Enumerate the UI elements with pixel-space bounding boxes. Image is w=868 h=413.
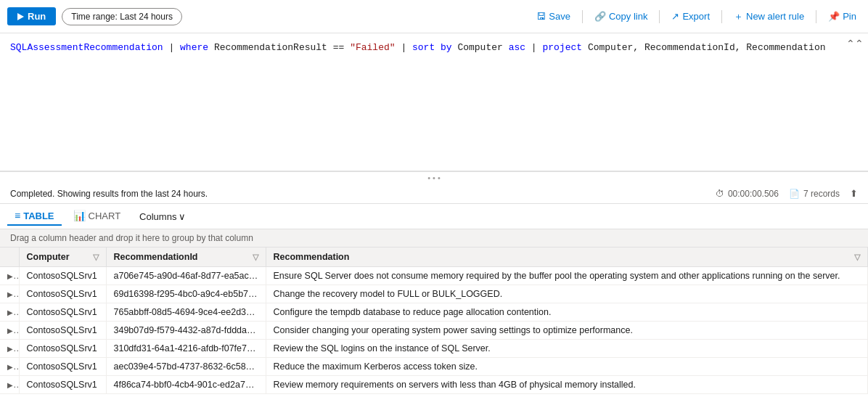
chart-icon: 📊 bbox=[73, 210, 86, 221]
table-row: ▶ ContosoSQLSrv1 aec039e4-57bd-4737-8632… bbox=[0, 358, 868, 376]
cell-recommendation-6: Review memory requirements on servers wi… bbox=[266, 376, 868, 394]
results-table-container[interactable]: Computer ▽ RecommendationId ▽ Recommenda… bbox=[0, 248, 868, 394]
toolbar: Run Time range: Last 24 hours 🖫 Save 🔗 C… bbox=[0, 0, 868, 33]
row-expand-3[interactable]: ▶ bbox=[0, 322, 19, 340]
cell-computer-3: ContosoSQLSrv1 bbox=[19, 322, 106, 340]
filter-recid-icon[interactable]: ▽ bbox=[253, 253, 258, 262]
run-label: Run bbox=[28, 11, 46, 22]
tab-chart-label: CHART bbox=[89, 210, 121, 221]
table-row: ▶ ContosoSQLSrv1 69d16398-f295-4bc0-a9c4… bbox=[0, 285, 868, 303]
cell-recid-4: 310dfd31-64a1-4216-afdb-f07fe77972ca bbox=[106, 340, 266, 358]
cell-computer-0: ContosoSQLSrv1 bbox=[19, 267, 106, 285]
row-expand-4[interactable]: ▶ bbox=[0, 340, 19, 358]
table-row: ▶ ContosoSQLSrv1 310dfd31-64a1-4216-afdb… bbox=[0, 340, 868, 358]
cell-computer-4: ContosoSQLSrv1 bbox=[19, 340, 106, 358]
cell-recommendation-5: Reduce the maximum Kerberos access token… bbox=[266, 358, 868, 376]
cell-recommendation-3: Consider changing your operating system … bbox=[266, 322, 868, 340]
clock-icon: ⏱ bbox=[716, 189, 724, 199]
pin-icon: 📌 bbox=[828, 11, 840, 22]
export-results-button[interactable]: ⬆ bbox=[850, 188, 858, 199]
save-label: Save bbox=[549, 11, 570, 22]
tab-table-label: TABLE bbox=[23, 210, 54, 221]
table-header-row: Computer ▽ RecommendationId ▽ Recommenda… bbox=[0, 248, 868, 267]
query-text: SQLAssessmentRecommendation | where Reco… bbox=[10, 41, 858, 55]
table-row: ▶ ContosoSQLSrv1 a706e745-a90d-46af-8d77… bbox=[0, 267, 868, 285]
cell-computer-6: ContosoSQLSrv1 bbox=[19, 376, 106, 394]
duration-item: ⏱ 00:00:00.506 bbox=[716, 189, 779, 199]
copy-link-label: Copy link bbox=[609, 11, 647, 22]
time-range-label: Time range: Last 24 hours bbox=[71, 12, 173, 22]
export-label: Export bbox=[682, 11, 710, 22]
columns-button[interactable]: Columns ∨ bbox=[132, 208, 193, 225]
plus-icon: ＋ bbox=[734, 10, 743, 23]
row-expand-5[interactable]: ▶ bbox=[0, 358, 19, 376]
expand-arrow-0[interactable]: ▶ bbox=[7, 271, 19, 281]
tab-table[interactable]: ≡ TABLE bbox=[7, 207, 62, 226]
duration-value: 00:00:00.506 bbox=[728, 189, 779, 199]
cell-recommendation-0: Ensure SQL Server does not consume memor… bbox=[266, 267, 868, 285]
new-alert-rule-button[interactable]: ＋ New alert rule bbox=[729, 7, 808, 26]
row-expand-6[interactable]: ▶ bbox=[0, 376, 19, 394]
records-item: 📄 7 records bbox=[789, 189, 840, 199]
pin-button[interactable]: 📌 Pin bbox=[824, 8, 861, 25]
export-button[interactable]: ↗ Export bbox=[667, 8, 714, 25]
col-header-computer[interactable]: Computer ▽ bbox=[19, 248, 106, 267]
cell-recommendation-1: Change the recovery model to FULL or BUL… bbox=[266, 285, 868, 303]
chevron-down-icon: ∨ bbox=[179, 211, 186, 222]
cell-recommendation-4: Review the SQL logins on the instance of… bbox=[266, 340, 868, 358]
link-icon: 🔗 bbox=[594, 11, 606, 22]
time-range-button[interactable]: Time range: Last 24 hours bbox=[62, 8, 182, 25]
save-button[interactable]: 🖫 Save bbox=[532, 8, 575, 25]
expand-arrow-5[interactable]: ▶ bbox=[7, 361, 19, 372]
col-expand bbox=[0, 248, 19, 267]
drag-handle[interactable]: • • • bbox=[0, 171, 868, 184]
run-button[interactable]: Run bbox=[7, 7, 56, 25]
expand-arrow-6[interactable]: ▶ bbox=[7, 380, 19, 390]
cell-recid-3: 349b07d9-f579-4432-a87d-fddda5e63c... bbox=[106, 322, 266, 340]
pin-label: Pin bbox=[843, 11, 856, 22]
filter-rec-icon[interactable]: ▽ bbox=[854, 253, 860, 262]
row-expand-1[interactable]: ▶ bbox=[0, 285, 19, 303]
result-tabs: ≡ TABLE 📊 CHART Columns ∨ bbox=[0, 204, 868, 229]
cell-computer-1: ContosoSQLSrv1 bbox=[19, 285, 106, 303]
records-icon: 📄 bbox=[789, 189, 800, 199]
separator-2 bbox=[659, 10, 660, 23]
col-header-recommendation[interactable]: Recommendation ▽ bbox=[266, 248, 868, 267]
records-value: 7 records bbox=[803, 189, 840, 199]
new-alert-rule-label: New alert rule bbox=[746, 11, 804, 22]
cell-recid-0: a706e745-a90d-46af-8d77-ea5ac51a233c bbox=[106, 267, 266, 285]
expand-arrow-1[interactable]: ▶ bbox=[7, 289, 19, 299]
query-editor[interactable]: SQLAssessmentRecommendation | where Reco… bbox=[0, 33, 868, 171]
cell-recid-6: 4f86ca74-bbf0-4cb4-901c-ed2a7476602b bbox=[106, 376, 266, 394]
expand-arrow-2[interactable]: ▶ bbox=[7, 307, 19, 317]
expand-arrow-4[interactable]: ▶ bbox=[7, 343, 19, 353]
cell-recid-5: aec039e4-57bd-4737-8632-6c58593d4... bbox=[106, 358, 266, 376]
col-header-recid[interactable]: RecommendationId ▽ bbox=[106, 248, 266, 267]
export-icon: ↗ bbox=[671, 11, 679, 22]
table-icon: ≡ bbox=[15, 210, 20, 221]
copy-link-button[interactable]: 🔗 Copy link bbox=[590, 8, 652, 25]
status-bar: Completed. Showing results from the last… bbox=[0, 184, 868, 204]
filter-computer-icon[interactable]: ▽ bbox=[93, 253, 99, 262]
separator-4 bbox=[816, 10, 816, 23]
row-expand-2[interactable]: ▶ bbox=[0, 303, 19, 322]
cell-recommendation-2: Configure the tempdb database to reduce … bbox=[266, 303, 868, 322]
cell-recid-1: 69d16398-f295-4bc0-a9c4-eb5b7e7096... bbox=[106, 285, 266, 303]
drag-hint-text: Drag a column header and drop it here to… bbox=[10, 233, 253, 243]
tab-chart[interactable]: 📊 CHART bbox=[66, 207, 128, 226]
expand-arrow-3[interactable]: ▶ bbox=[7, 325, 19, 335]
save-icon: 🖫 bbox=[536, 11, 546, 22]
table-row: ▶ ContosoSQLSrv1 349b07d9-f579-4432-a87d… bbox=[0, 322, 868, 340]
row-expand-0[interactable]: ▶ bbox=[0, 267, 19, 285]
cell-recid-2: 765abbff-08d5-4694-9ce4-ee2d31fe0dca bbox=[106, 303, 266, 322]
separator-1 bbox=[582, 10, 583, 23]
collapse-editor-button[interactable]: ⌃⌃ bbox=[846, 38, 864, 49]
status-message: Completed. Showing results from the last… bbox=[10, 189, 710, 199]
play-icon bbox=[17, 13, 24, 20]
cell-computer-2: ContosoSQLSrv1 bbox=[19, 303, 106, 322]
status-right: ⏱ 00:00:00.506 📄 7 records ⬆ bbox=[716, 188, 858, 199]
table-row: ▶ ContosoSQLSrv1 4f86ca74-bbf0-4cb4-901c… bbox=[0, 376, 868, 394]
columns-label: Columns bbox=[139, 211, 176, 222]
drag-hint-bar: Drag a column header and drop it here to… bbox=[0, 229, 868, 248]
separator-3 bbox=[721, 10, 722, 23]
